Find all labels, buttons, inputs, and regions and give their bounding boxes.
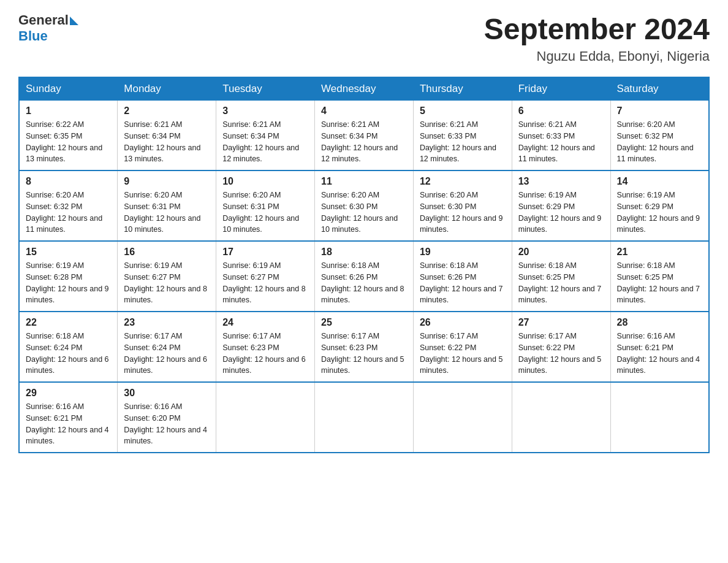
day-number: 11	[321, 176, 407, 187]
table-row: 14Sunrise: 6:19 AMSunset: 6:29 PMDayligh…	[610, 170, 709, 241]
day-header-wednesday: Wednesday	[315, 77, 414, 101]
table-row: 22Sunrise: 6:18 AMSunset: 6:24 PMDayligh…	[19, 312, 118, 382]
day-info: Sunrise: 6:18 AMSunset: 6:25 PMDaylight:…	[518, 261, 602, 304]
table-row: 17Sunrise: 6:19 AMSunset: 6:27 PMDayligh…	[216, 241, 315, 312]
day-info: Sunrise: 6:16 AMSunset: 6:20 PMDaylight:…	[124, 402, 207, 445]
table-row: 2Sunrise: 6:21 AMSunset: 6:34 PMDaylight…	[118, 101, 216, 171]
table-row: 18Sunrise: 6:18 AMSunset: 6:26 PMDayligh…	[315, 241, 414, 312]
table-row: 28Sunrise: 6:16 AMSunset: 6:21 PMDayligh…	[610, 312, 709, 382]
day-info: Sunrise: 6:21 AMSunset: 6:33 PMDaylight:…	[420, 120, 496, 163]
table-row	[610, 382, 709, 453]
table-row: 4Sunrise: 6:21 AMSunset: 6:34 PMDaylight…	[315, 101, 414, 171]
table-row	[413, 382, 512, 453]
day-number: 16	[124, 247, 210, 258]
day-info: Sunrise: 6:18 AMSunset: 6:26 PMDaylight:…	[420, 261, 503, 304]
table-row: 9Sunrise: 6:20 AMSunset: 6:31 PMDaylight…	[118, 170, 216, 241]
day-info: Sunrise: 6:19 AMSunset: 6:29 PMDaylight:…	[617, 191, 700, 234]
day-header-saturday: Saturday	[610, 77, 709, 101]
table-row: 21Sunrise: 6:18 AMSunset: 6:25 PMDayligh…	[610, 241, 709, 312]
day-info: Sunrise: 6:19 AMSunset: 6:27 PMDaylight:…	[222, 261, 306, 304]
day-info: Sunrise: 6:20 AMSunset: 6:30 PMDaylight:…	[321, 191, 398, 234]
day-number: 25	[321, 317, 407, 328]
table-row: 1Sunrise: 6:22 AMSunset: 6:35 PMDaylight…	[19, 101, 118, 171]
day-number: 10	[222, 176, 308, 187]
day-header-tuesday: Tuesday	[216, 77, 315, 101]
day-number: 14	[617, 176, 702, 187]
day-info: Sunrise: 6:20 AMSunset: 6:32 PMDaylight:…	[617, 120, 694, 163]
table-row: 25Sunrise: 6:17 AMSunset: 6:23 PMDayligh…	[315, 312, 414, 382]
day-number: 6	[518, 105, 604, 117]
table-row: 10Sunrise: 6:20 AMSunset: 6:31 PMDayligh…	[216, 170, 315, 241]
day-info: Sunrise: 6:17 AMSunset: 6:23 PMDaylight:…	[222, 332, 306, 375]
day-info: Sunrise: 6:20 AMSunset: 6:31 PMDaylight:…	[222, 191, 299, 234]
day-info: Sunrise: 6:19 AMSunset: 6:29 PMDaylight:…	[518, 191, 602, 234]
day-number: 28	[617, 317, 702, 328]
day-number: 23	[124, 317, 210, 328]
table-row: 19Sunrise: 6:18 AMSunset: 6:26 PMDayligh…	[413, 241, 512, 312]
day-number: 3	[222, 105, 308, 117]
table-row: 12Sunrise: 6:20 AMSunset: 6:30 PMDayligh…	[413, 170, 512, 241]
day-number: 4	[321, 105, 407, 117]
day-number: 9	[124, 176, 210, 187]
day-info: Sunrise: 6:21 AMSunset: 6:34 PMDaylight:…	[321, 120, 398, 163]
table-row: 15Sunrise: 6:19 AMSunset: 6:28 PMDayligh…	[19, 241, 118, 312]
day-info: Sunrise: 6:18 AMSunset: 6:25 PMDaylight:…	[617, 261, 700, 304]
logo-general: General	[18, 12, 69, 28]
table-row: 5Sunrise: 6:21 AMSunset: 6:33 PMDaylight…	[413, 101, 512, 171]
day-header-thursday: Thursday	[413, 77, 512, 101]
logo-blue: Blue	[18, 28, 48, 44]
day-number: 8	[26, 176, 111, 187]
table-row: 24Sunrise: 6:17 AMSunset: 6:23 PMDayligh…	[216, 312, 315, 382]
day-info: Sunrise: 6:22 AMSunset: 6:35 PMDaylight:…	[26, 120, 102, 163]
page-header: General Blue September 2024 Nguzu Edda, …	[18, 12, 710, 64]
day-number: 18	[321, 247, 407, 258]
day-info: Sunrise: 6:16 AMSunset: 6:21 PMDaylight:…	[26, 402, 109, 445]
day-number: 17	[222, 247, 308, 258]
table-row: 11Sunrise: 6:20 AMSunset: 6:30 PMDayligh…	[315, 170, 414, 241]
day-number: 12	[420, 176, 506, 187]
day-number: 15	[26, 247, 111, 258]
table-row	[512, 382, 610, 453]
day-number: 24	[222, 317, 308, 328]
table-row: 8Sunrise: 6:20 AMSunset: 6:32 PMDaylight…	[19, 170, 118, 241]
table-row: 6Sunrise: 6:21 AMSunset: 6:33 PMDaylight…	[512, 101, 610, 171]
table-row: 7Sunrise: 6:20 AMSunset: 6:32 PMDaylight…	[610, 101, 709, 171]
day-info: Sunrise: 6:16 AMSunset: 6:21 PMDaylight:…	[617, 332, 700, 375]
day-number: 21	[617, 247, 702, 258]
day-header-monday: Monday	[118, 77, 216, 101]
day-header-sunday: Sunday	[19, 77, 118, 101]
table-row	[315, 382, 414, 453]
day-info: Sunrise: 6:21 AMSunset: 6:33 PMDaylight:…	[518, 120, 595, 163]
day-number: 22	[26, 317, 111, 328]
calendar-title: September 2024	[484, 12, 710, 46]
day-info: Sunrise: 6:20 AMSunset: 6:30 PMDaylight:…	[420, 191, 503, 234]
table-row: 26Sunrise: 6:17 AMSunset: 6:22 PMDayligh…	[413, 312, 512, 382]
day-info: Sunrise: 6:17 AMSunset: 6:22 PMDaylight:…	[518, 332, 602, 375]
day-info: Sunrise: 6:21 AMSunset: 6:34 PMDaylight:…	[124, 120, 200, 163]
day-number: 29	[26, 388, 111, 399]
table-row: 16Sunrise: 6:19 AMSunset: 6:27 PMDayligh…	[118, 241, 216, 312]
day-number: 2	[124, 105, 210, 117]
day-number: 20	[518, 247, 604, 258]
day-info: Sunrise: 6:17 AMSunset: 6:24 PMDaylight:…	[124, 332, 207, 375]
table-row: 27Sunrise: 6:17 AMSunset: 6:22 PMDayligh…	[512, 312, 610, 382]
day-info: Sunrise: 6:17 AMSunset: 6:22 PMDaylight:…	[420, 332, 503, 375]
day-number: 27	[518, 317, 604, 328]
day-info: Sunrise: 6:20 AMSunset: 6:32 PMDaylight:…	[26, 191, 102, 234]
day-number: 13	[518, 176, 604, 187]
title-block: September 2024 Nguzu Edda, Ebonyi, Niger…	[484, 12, 710, 64]
day-number: 5	[420, 105, 506, 117]
day-info: Sunrise: 6:18 AMSunset: 6:26 PMDaylight:…	[321, 261, 404, 304]
calendar-table: SundayMondayTuesdayWednesdayThursdayFrid…	[18, 77, 710, 453]
logo: General Blue	[18, 12, 78, 44]
table-row: 13Sunrise: 6:19 AMSunset: 6:29 PMDayligh…	[512, 170, 610, 241]
day-info: Sunrise: 6:17 AMSunset: 6:23 PMDaylight:…	[321, 332, 404, 375]
day-info: Sunrise: 6:18 AMSunset: 6:24 PMDaylight:…	[26, 332, 109, 375]
day-number: 19	[420, 247, 506, 258]
day-info: Sunrise: 6:21 AMSunset: 6:34 PMDaylight:…	[222, 120, 299, 163]
day-number: 1	[26, 105, 111, 117]
day-number: 7	[617, 105, 702, 117]
table-row: 29Sunrise: 6:16 AMSunset: 6:21 PMDayligh…	[19, 382, 118, 453]
day-number: 30	[124, 388, 210, 399]
table-row: 30Sunrise: 6:16 AMSunset: 6:20 PMDayligh…	[118, 382, 216, 453]
